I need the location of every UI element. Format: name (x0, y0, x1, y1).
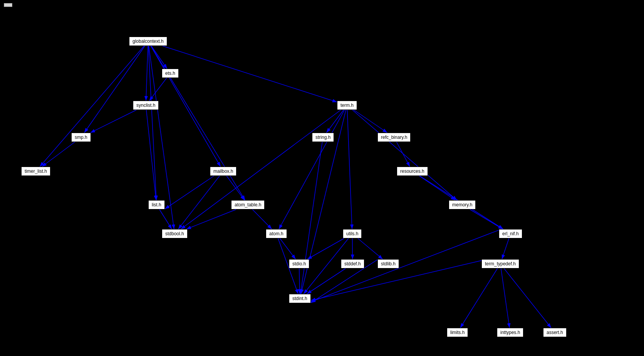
edge-term_typedef_h-assert_h (504, 268, 551, 328)
erl-nif-h: erl_nif.h (499, 229, 522, 238)
edge-term_h-stdbool_h (181, 110, 341, 229)
edge-term_h-refc_binary_h (354, 110, 387, 133)
memory-h: memory.h (449, 200, 476, 209)
edge-mailbox_h-stdbool_h (178, 176, 220, 229)
list-h: list.h (148, 200, 165, 209)
atom-h: atom.h (266, 229, 287, 238)
edge-memory_h-erl_nif_h (470, 209, 503, 229)
utils-h: utils.h (343, 229, 362, 238)
term-h: term.h (337, 101, 357, 110)
edge-term_h-string_h (327, 110, 344, 133)
refc-binary-h: refc_binary.h (377, 133, 411, 142)
synclist-h: synclist.h (133, 101, 159, 110)
edge-term_h-utils_h (347, 110, 352, 229)
stdio-h: stdio.h (289, 259, 309, 268)
globalcontext-h: globalcontext.h (129, 37, 167, 46)
edge-utils_h-stdio_h (307, 238, 344, 259)
edge-globalcontext_h-term_h (163, 46, 337, 102)
stdlib-h: stdlib.h (377, 259, 399, 268)
string-h: string.h (312, 133, 334, 142)
atom-table-h: atom_table.h (231, 200, 265, 209)
file-path-title (4, 3, 12, 7)
edge-globalcontext_h-ets_h (151, 46, 167, 69)
limits-h: limits.h (447, 328, 468, 337)
assert-h: assert.h (543, 328, 567, 337)
edge-smp_h-timer_list_h (42, 142, 75, 167)
edge-utils_h-stddef_h (352, 238, 353, 259)
term-typedef-h: term_typedef.h (481, 259, 519, 268)
edge-term_typedef_h-limits_h (460, 268, 497, 328)
inttypes-h: inttypes.h (497, 328, 523, 337)
stddef-h: stddef.h (341, 259, 364, 268)
edge-list_h-stdbool_h (159, 209, 172, 229)
edge-term_h-memory_h (352, 110, 457, 200)
timer-list-h: timer_list.h (21, 167, 50, 176)
edge-stdio_h-stdint_h (299, 268, 300, 294)
edge-utils_h-stdlib_h (358, 238, 383, 259)
edge-mailbox_h-atom_table_h (226, 176, 244, 200)
edge-atom_table_h-atom_h (252, 209, 272, 229)
edge-synclist_h-list_h (146, 110, 156, 200)
stdint-h: stdint.h (289, 294, 311, 303)
edge-globalcontext_h-mailbox_h (151, 46, 220, 167)
edge-globalcontext_h-smp_h (84, 46, 145, 133)
edge-stddef_h-stdint_h (307, 268, 345, 294)
mailbox-h: mailbox.h (210, 167, 236, 176)
stdbool-h: stdbool.h (162, 229, 188, 238)
resources-h: resources.h (397, 167, 428, 176)
edge-globalcontext_h-list_h (148, 46, 156, 200)
edge-resources_h-memory_h (419, 176, 455, 200)
edge-ets_h-synclist_h (149, 78, 167, 101)
edge-atom_h-stdio_h (280, 238, 296, 259)
edge-atom_table_h-stdbool_h (186, 209, 236, 229)
edge-globalcontext_h-synclist_h (146, 46, 148, 101)
edge-globalcontext_h-timer_list_h (40, 46, 144, 167)
edge-refc_binary_h-resources_h (396, 142, 410, 167)
ets-h: ets.h (162, 69, 179, 78)
edge-string_h-stdint_h (300, 142, 322, 294)
edge-erl_nif_h-stdint_h (311, 230, 499, 302)
smp-h: smp.h (71, 133, 91, 142)
edge-erl_nif_h-term_typedef_h (502, 238, 509, 259)
edge-term_typedef_h-inttypes_h (501, 268, 510, 328)
edge-synclist_h-smp_h (91, 110, 136, 133)
edge-term_h-atom_h (279, 110, 344, 229)
edge-mailbox_h-list_h (165, 176, 214, 209)
